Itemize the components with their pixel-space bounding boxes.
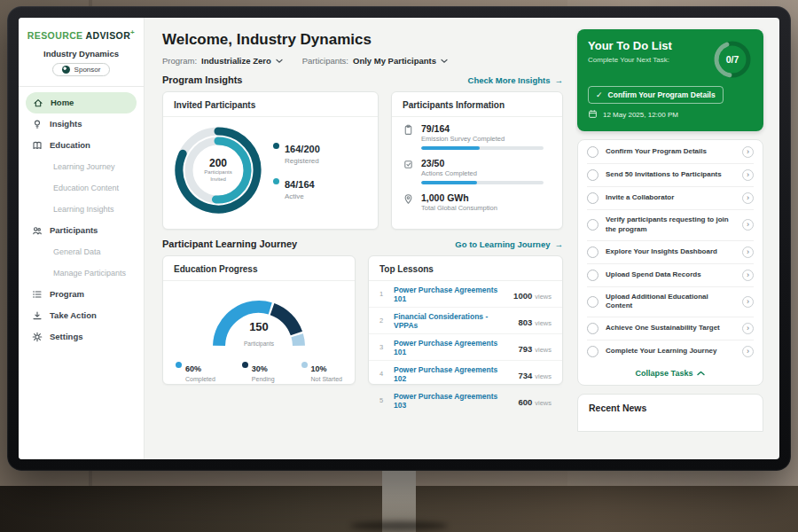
pending-pct: 30% [252,364,268,373]
task-chevron-icon[interactable]: › [742,296,754,308]
task-chevron-icon[interactable]: › [742,146,754,158]
sponsor-badge: Sponsor [52,63,111,76]
task-checkbox[interactable] [587,346,598,357]
donut-legend: 164/200 Registered 84/164 Active [273,140,320,200]
download-action-icon [32,310,43,321]
registered-label: Registered [285,157,320,165]
participants-information-card: Participants Information 79/164 Emission… [391,91,563,230]
task-row[interactable]: Invite a Collaborator › [587,187,754,210]
location-pin-icon [403,193,414,205]
learning-cards-row: Education Progress 150 Participants 60% [162,255,563,385]
emission-survey-value: 79/164 [421,123,544,134]
donut-center-label: Participants Invited [200,169,237,184]
sidebar-item-home[interactable]: Home [26,92,137,113]
lesson-link[interactable]: Financial Considerations - VPPAs [394,312,511,330]
top-lessons-card: Top Lessons 1 Power Purchase Agreements … [368,255,563,385]
education-progress-card: Education Progress 150 Participants 60% [162,255,356,385]
book-icon [32,140,43,151]
sidebar-item-program[interactable]: Program [19,284,144,305]
sidebar-item-manage-participants[interactable]: Manage Participants [19,262,144,284]
task-checkbox[interactable] [587,169,598,181]
task-chevron-icon[interactable]: › [742,346,754,357]
task-checkbox[interactable] [587,323,598,334]
task-list-card: Confirm Your Program Details › Send 50 I… [577,139,763,386]
collapse-tasks-button[interactable]: Collapse Tasks [587,363,754,385]
check-more-insights-link[interactable]: Check More Insights → [468,75,563,85]
actions-completed-value: 23/50 [421,158,544,168]
card-title: Top Lessons [369,256,562,281]
task-chevron-icon[interactable]: › [742,270,754,281]
card-title: Education Progress [163,256,355,281]
sidebar: RESOURCE ADVISOR+ Industry Dynamics Spon… [19,18,145,459]
sidebar-item-take-action[interactable]: Take Action [19,305,144,326]
task-row[interactable]: Upload Additional Educational Content › [587,287,754,318]
insights-cards-row: Invited Participants 200 Participants In… [162,91,563,230]
not-started-pct: 10% [311,364,327,373]
learning-journey-header: Participant Learning Journey Go to Learn… [162,239,563,249]
lesson-link[interactable]: Power Purchase Agreements 102 [394,365,511,383]
invited-participants-card: Invited Participants 200 Participants In… [162,91,379,230]
global-consumption-row: 1,000 GWh Total Global Consumption [392,186,562,214]
lesson-row: 4 Power Purchase Agreements 102 734views [369,361,562,387]
pending-legend-dot [242,362,248,368]
sidebar-item-education-content[interactable]: Education Content [19,177,144,199]
task-chevron-icon[interactable]: › [742,246,754,258]
checklist-icon [403,159,414,170]
page-title: Welcome, Industry Dynamics [162,31,563,49]
lesson-link[interactable]: Power Purchase Agreements 101 [394,286,506,303]
sidebar-item-label: Take Action [50,310,97,320]
sidebar-item-learning-insights[interactable]: Learning Insights [19,199,144,220]
sidebar-item-general-data[interactable]: General Data [19,241,144,262]
card-title: Invited Participants [163,92,378,117]
monitor-frame: RESOURCE ADVISOR+ Industry Dynamics Spon… [7,6,791,471]
task-row[interactable]: Verify participants requesting to join t… [587,210,754,241]
todo-summary-card: Your To Do List Complete Your Next Task:… [577,29,763,131]
sponsor-badge-label: Sponsor [74,66,101,74]
todo-title: Your To Do List [588,39,672,52]
sidebar-item-insights[interactable]: Insights [19,113,144,135]
next-task-due: 12 May 2025, 12:00 PM [588,109,753,121]
participants-filter-dropdown[interactable]: Participants: Only My Participants [302,56,448,66]
next-task-chip[interactable]: ✓ Confirm Your Program Details [588,86,724,104]
task-checkbox[interactable] [587,146,598,158]
sidebar-item-label: Manage Participants [53,269,126,278]
sidebar-item-education[interactable]: Education [19,135,144,156]
lesson-row: 5 Power Purchase Agreements 103 600views [369,387,562,413]
go-to-learning-journey-link[interactable]: Go to Learning Journey → [455,239,563,249]
sidebar-item-label: Program [50,289,84,299]
dashboard-screen: RESOURCE ADVISOR+ Industry Dynamics Spon… [19,18,779,459]
task-checkbox[interactable] [587,219,598,231]
task-checkbox[interactable] [587,246,598,258]
task-chevron-icon[interactable]: › [742,192,754,204]
task-chevron-icon[interactable]: › [742,219,754,231]
todo-panel: Your To Do List Complete Your Next Task:… [575,18,779,459]
sidebar-item-participants[interactable]: Participants [19,220,144,241]
task-checkbox[interactable] [587,296,598,308]
task-row[interactable]: Confirm Your Program Details › [587,141,754,164]
card-title: Participants Information [392,92,562,117]
sidebar-item-label: General Data [53,247,101,256]
task-row[interactable]: Upload Spend Data Records › [587,264,754,287]
recent-news-title: Recent News [589,403,752,413]
actions-completed-row: 23/50 Actions Completed [392,152,562,186]
org-name: Industry Dynamics [19,49,144,59]
task-row[interactable]: Achieve One Sustainability Target › [587,317,754,340]
lesson-link[interactable]: Power Purchase Agreements 101 [394,339,511,356]
task-chevron-icon[interactable]: › [742,323,754,334]
gauge-center-label: Participants [244,340,274,347]
task-row[interactable]: Explore Your Insights Dashboard › [587,241,754,264]
task-checkbox[interactable] [587,270,598,281]
task-checkbox[interactable] [587,192,598,204]
active-label: Active [285,192,315,200]
sidebar-item-label: Learning Insights [53,205,114,214]
task-row[interactable]: Complete Your Learning Journey › [587,340,754,363]
chevron-down-icon [276,59,283,64]
task-row[interactable]: Send 50 Invitations to Participants › [587,164,754,187]
task-chevron-icon[interactable]: › [742,169,754,181]
list-icon [32,289,43,300]
sidebar-item-settings[interactable]: Settings [19,326,144,348]
program-filter-dropdown[interactable]: Program: Industrialize Zero [162,56,283,66]
section-title: Participant Learning Journey [162,239,297,249]
sidebar-item-learning-journey[interactable]: Learning Journey [19,156,144,177]
lesson-link[interactable]: Power Purchase Agreements 103 [394,392,511,410]
